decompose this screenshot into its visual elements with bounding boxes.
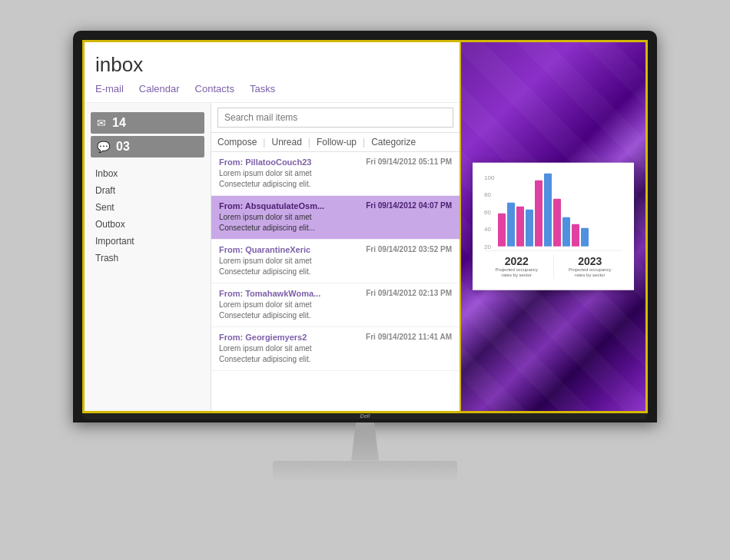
email-panel: inbox E-mail Calendar Contacts Tasks ✉ 1… [85,42,461,411]
sidebar-item-inbox[interactable]: Inbox [85,165,211,182]
bar-blue [581,227,589,246]
chart-panel: 20 40 60 80 100 [461,42,645,411]
email-item[interactable]: From: AbsquatulateOsm... Fri 09/14/2012 … [211,196,460,240]
bar-group [535,173,552,246]
toolbar-categorize[interactable]: Categorize [371,137,416,147]
email-date: Fri 09/14/2012 04:07 PM [366,201,452,210]
chart-box: 20 40 60 80 100 [473,162,634,290]
bar-pink [535,180,543,246]
email-item[interactable]: From: TomahawkWoma... Fri 09/14/2012 02:… [211,283,460,327]
monitor-bottom-bar: Dell [82,413,648,419]
toolbar-followup[interactable]: Follow-up [317,137,357,147]
y-label-0: 20 [484,243,494,250]
mail-count: 14 [112,116,126,130]
monitor-screen: inbox E-mail Calendar Contacts Tasks ✉ 1… [82,40,648,413]
email-item[interactable]: From: QuarantineXeric Fri 09/14/2012 03:… [211,240,460,283]
sidebar-item-trash[interactable]: Trash [85,250,211,267]
chart-bars [498,173,622,246]
y-label-2: 60 [484,208,494,215]
email-item[interactable]: From: Georgiemyers2 Fri 09/14/2012 11:41… [211,327,460,371]
chart-2022: 2022 Projected occupancyrates by sector [484,254,549,279]
search-input[interactable] [217,108,453,128]
page-title: inbox [95,53,449,77]
sidebar-nav: Inbox Draft Sent Outbox Important Trash [85,165,211,267]
bar-pink [553,198,561,246]
bar-blue [507,202,515,246]
email-header: inbox E-mail Calendar Contacts Tasks [85,42,460,103]
y-label-4: 100 [484,174,494,181]
search-bar [211,103,460,133]
stat-row-mail: ✉ 14 [91,112,204,134]
monitor-bezel: inbox E-mail Calendar Contacts Tasks ✉ 1… [73,31,657,422]
email-preview: Lorem ipsum dolor sit ametConsectetur ad… [219,256,452,277]
email-preview: Lorem ipsum dolor sit ametConsectetur ad… [219,343,452,365]
stat-row-chat: 💬 03 [91,136,204,157]
chart-2023: 2023 Projected occupancyrates by sector [558,254,623,279]
email-preview: Lorem ipsum dolor sit ametConsectetur ad… [219,212,452,234]
y-label-3: 80 [484,191,494,198]
email-from: From: Georgiemyers2 Fri 09/14/2012 11:41… [219,333,452,342]
email-from: From: TomahawkWoma... Fri 09/14/2012 02:… [219,289,452,298]
tab-contacts[interactable]: Contacts [195,83,234,96]
mail-icon: ✉ [97,117,106,129]
main-content: Compose | Unread | Follow-up | Categoriz… [211,103,460,411]
tab-calendar[interactable]: Calendar [139,83,180,96]
email-from: From: AbsquatulateOsm... Fri 09/14/2012 … [219,201,452,210]
bar-pink [498,213,506,246]
bar-pink [516,206,524,246]
bar-group [553,198,570,246]
email-from: From: PillatooCouch23 Fri 09/14/2012 05:… [219,157,452,167]
nav-tabs: E-mail Calendar Contacts Tasks [95,83,449,96]
monitor-neck [342,422,388,461]
monitor-base [273,461,457,482]
email-preview: Lorem ipsum dolor sit ametConsectetur ad… [219,168,452,190]
email-date: Fri 09/14/2012 02:13 PM [366,289,452,297]
sidebar-item-important[interactable]: Important [85,233,211,250]
chart-labels: 2022 Projected occupancyrates by sector … [484,254,622,279]
email-date: Fri 09/14/2012 05:11 PM [366,157,452,166]
bar-group [572,224,589,246]
brand-logo: Dell [360,413,370,419]
bar-group [516,206,533,246]
chat-count: 03 [116,140,130,154]
bar-blue [562,217,570,246]
tab-email[interactable]: E-mail [95,83,124,96]
tab-tasks[interactable]: Tasks [250,83,275,96]
email-date: Fri 09/14/2012 11:41 AM [366,333,452,341]
email-date: Fri 09/14/2012 03:52 PM [366,245,452,253]
bar-blue [526,209,533,246]
toolbar-unread[interactable]: Unread [271,137,301,147]
sidebar-item-sent[interactable]: Sent [85,199,211,216]
chat-icon: 💬 [97,141,110,153]
chart-area: 20 40 60 80 100 [484,174,622,250]
email-item[interactable]: From: PillatooCouch23 Fri 09/14/2012 05:… [211,152,460,196]
toolbar-compose[interactable]: Compose [217,137,257,147]
email-preview: Lorem ipsum dolor sit ametConsectetur ad… [219,300,452,321]
email-list: From: PillatooCouch23 Fri 09/14/2012 05:… [211,152,460,411]
toolbar: Compose | Unread | Follow-up | Categoriz… [211,133,460,152]
sidebar-item-outbox[interactable]: Outbox [85,216,211,233]
monitor-wrapper: inbox E-mail Calendar Contacts Tasks ✉ 1… [65,31,665,530]
email-from: From: QuarantineXeric Fri 09/14/2012 03:… [219,245,452,254]
chart-y-axis: 20 40 60 80 100 [484,174,496,250]
y-label-1: 40 [484,226,494,233]
email-body: ✉ 14 💬 03 Inbox Draft Sent Outbox I [85,103,460,411]
sidebar-item-draft[interactable]: Draft [85,182,211,199]
bar-pink [572,224,579,246]
bar-group [498,202,515,246]
bar-blue [544,173,552,246]
sidebar: ✉ 14 💬 03 Inbox Draft Sent Outbox I [85,103,211,411]
